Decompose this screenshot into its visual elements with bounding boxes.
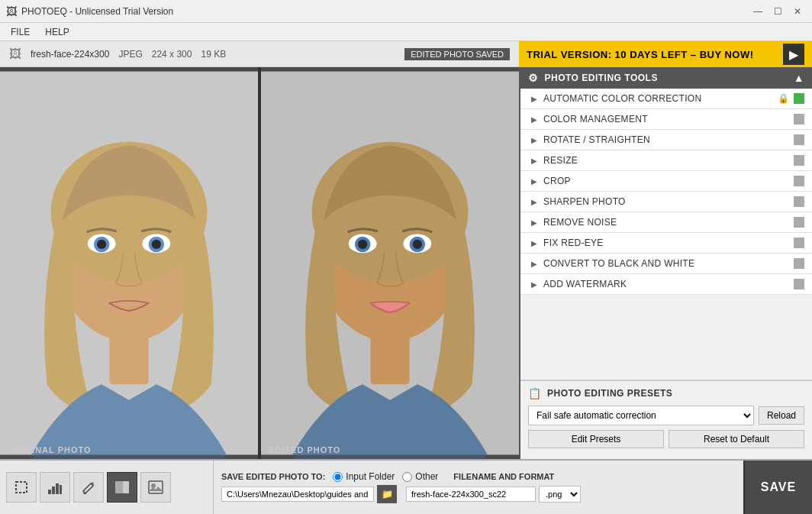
tool-arrow-icon: ▶ <box>531 280 537 289</box>
original-photo-panel: ORIGINAL PHOTO <box>0 67 258 459</box>
tool-indicator <box>794 279 804 289</box>
radio-other[interactable]: Other <box>402 471 438 482</box>
maximize-button[interactable]: ☐ <box>769 3 786 20</box>
tool-icons-area <box>0 461 214 514</box>
tool-indicator <box>794 196 804 207</box>
presets-header: 📋 PHOTO EDITING PRESETS <box>528 387 804 399</box>
tool-indicator <box>794 93 804 104</box>
edited-photo-label: EDITED PHOTO <box>269 445 340 454</box>
filename-label: FILENAME AND FORMAT <box>453 472 554 481</box>
tool-convert-bw[interactable]: ▶ CONVERT TO BLACK AND WHITE <box>520 254 812 274</box>
tool-arrow-icon: ▶ <box>531 136 537 144</box>
filename-input[interactable] <box>406 487 536 502</box>
save-area: SAVE EDITED PHOTO TO: Input Folder Other… <box>214 468 743 506</box>
tool-arrow-icon: ▶ <box>531 239 537 247</box>
presets-section: 📋 PHOTO EDITING PRESETS Fail safe automa… <box>520 380 812 459</box>
tools-header-icon: ⚙ <box>528 72 539 84</box>
preset-dropdown[interactable]: Fail safe automatic correctionDefaultCus… <box>528 406 754 425</box>
extension-select[interactable]: .png.jpg.bmp.tiff <box>539 486 581 503</box>
tool-arrow-icon: ▶ <box>531 177 537 186</box>
preview-tool-button[interactable] <box>140 472 171 503</box>
svg-point-21 <box>413 240 422 249</box>
menu-help[interactable]: HELP <box>37 25 76 39</box>
tool-name: FIX RED-EYE <box>543 238 789 248</box>
svg-rect-24 <box>52 487 55 494</box>
compare-tool-button[interactable] <box>107 472 137 503</box>
radio-input-label: Input Folder <box>346 471 395 482</box>
tool-rotate-straighten[interactable]: ▶ ROTATE / STRAIGHTEN <box>520 130 812 150</box>
path-input[interactable] <box>221 487 374 502</box>
edit-tool-button[interactable] <box>73 472 104 503</box>
original-photo-svg <box>0 67 258 459</box>
save-to-label: SAVE EDITED PHOTO TO: <box>221 472 325 481</box>
file-format: JPEG <box>118 49 142 60</box>
svg-rect-23 <box>48 490 51 494</box>
menu-file[interactable]: FILE <box>3 25 37 39</box>
preset-select-row: Fail safe automatic correctionDefaultCus… <box>528 406 804 425</box>
trial-banner[interactable]: TRIAL VERSION: 10 DAYS LEFT – BUY NOW! ▶ <box>519 41 812 67</box>
edit-presets-button[interactable]: Edit Presets <box>528 430 664 448</box>
original-photo-label: ORIGINAL PHOTO <box>8 445 92 454</box>
bottom-toolbar: SAVE EDITED PHOTO TO: Input Folder Other… <box>0 459 812 514</box>
svg-point-10 <box>152 240 161 249</box>
svg-rect-26 <box>60 485 62 494</box>
tool-indicator <box>794 176 804 186</box>
edited-photo-svg <box>261 67 519 459</box>
edited-photo-panel: EDITED PHOTO <box>258 67 519 459</box>
window-controls: — ☐ ✕ <box>749 3 806 20</box>
presets-title: PHOTO EDITING PRESETS <box>547 388 672 399</box>
reset-to-default-button[interactable]: Reset to Default <box>669 430 804 448</box>
file-info-bar: 🖼 fresh-face-224x300 JPEG 224 x 300 19 K… <box>0 41 519 67</box>
tool-sharpen-photo[interactable]: ▶ SHARPEN PHOTO <box>520 192 812 212</box>
app-icon: 🖼 <box>6 5 17 18</box>
file-icon: 🖼 <box>9 47 21 61</box>
folder-browse-button[interactable]: 📁 <box>377 485 397 503</box>
tool-resize[interactable]: ▶ RESIZE <box>520 150 812 171</box>
svg-rect-31 <box>149 481 163 493</box>
titlebar: 🖼 PHOTOEQ - Unlicensed Trial Version — ☐… <box>0 0 812 23</box>
tool-name: CONVERT TO BLACK AND WHITE <box>543 258 789 269</box>
preset-action-row: Edit Presets Reset to Default <box>528 430 804 448</box>
tool-arrow-icon: ▶ <box>531 157 537 165</box>
tool-indicator <box>794 258 804 269</box>
tool-name: ADD WATERMARK <box>543 279 789 289</box>
tool-name: COLOR MANAGEMENT <box>543 114 789 124</box>
svg-rect-25 <box>56 483 59 494</box>
svg-rect-22 <box>16 482 27 493</box>
tool-add-watermark[interactable]: ▶ ADD WATERMARK <box>520 274 812 295</box>
reload-button[interactable]: Reload <box>759 406 804 425</box>
tool-list: ▶ AUTOMATIC COLOR CORRECTION 🔒 ▶ COLOR M… <box>520 89 812 380</box>
tool-arrow-icon: ▶ <box>531 198 537 206</box>
tool-color-management[interactable]: ▶ COLOR MANAGEMENT <box>520 109 812 130</box>
save-button[interactable]: SAVE <box>743 461 812 514</box>
tool-fix-red-eye[interactable]: ▶ FIX RED-EYE <box>520 233 812 254</box>
tool-arrow-icon: ▶ <box>531 218 537 227</box>
main-area: ORIGINAL PHOTO <box>0 67 812 459</box>
trial-arrow[interactable]: ▶ <box>783 44 804 65</box>
radio-group: Input Folder Other <box>333 471 438 482</box>
svg-rect-28 <box>115 481 121 493</box>
tool-crop[interactable]: ▶ CROP <box>520 171 812 192</box>
tool-arrow-icon: ▶ <box>531 260 537 268</box>
crop-tool-button[interactable] <box>6 472 37 503</box>
saved-badge: EDITED PHOTO SAVED <box>404 48 510 60</box>
tool-automatic-color-correction[interactable]: ▶ AUTOMATIC COLOR CORRECTION 🔒 <box>520 89 812 109</box>
save-button-text: SAVE <box>761 480 796 494</box>
file-dimensions: 224 x 300 <box>152 49 192 60</box>
close-button[interactable]: ✕ <box>789 3 806 20</box>
minimize-button[interactable]: — <box>749 3 766 20</box>
radio-input-folder[interactable]: Input Folder <box>333 471 395 482</box>
save-row2: 📁 .png.jpg.bmp.tiff <box>221 485 736 503</box>
save-row1: SAVE EDITED PHOTO TO: Input Folder Other… <box>221 471 736 482</box>
tool-indicator <box>794 238 804 248</box>
tool-name: ROTATE / STRAIGHTEN <box>543 134 789 145</box>
tool-arrow-icon: ▶ <box>531 95 537 103</box>
tool-arrow-icon: ▶ <box>531 115 537 124</box>
tools-collapse-button[interactable]: ▲ <box>794 72 804 84</box>
right-panel: ⚙ PHOTO EDITING TOOLS ▲ ▶ AUTOMATIC COLO… <box>519 67 812 459</box>
app-title: PHOTOEQ - Unlicensed Trial Version <box>21 6 173 17</box>
tool-remove-noise[interactable]: ▶ REMOVE NOISE <box>520 212 812 233</box>
trial-text: TRIAL VERSION: 10 DAYS LEFT – BUY NOW! <box>527 49 754 60</box>
svg-point-32 <box>151 483 156 488</box>
histogram-tool-button[interactable] <box>40 472 70 503</box>
